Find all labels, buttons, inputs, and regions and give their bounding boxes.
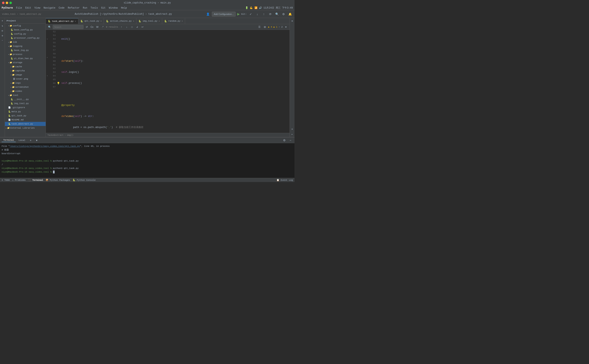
tab-task-abstract[interactable]: 🐍 task_abstract.py ✕ (46, 18, 78, 24)
git-push-btn[interactable]: ↑ (261, 12, 266, 17)
bulb-66[interactable]: 💡 (57, 81, 60, 85)
sidebar-item-base-config[interactable]: 🐍 base_config.py (5, 28, 45, 32)
terminal-tab-terminal[interactable]: Terminal (2, 138, 16, 142)
sidebar-item-process[interactable]: ▾ 📁 process (5, 52, 45, 56)
search-case-btn[interactable]: Cc (90, 25, 94, 29)
tab-close-icon[interactable]: ✕ (100, 20, 102, 22)
terminal-file-link[interactable]: /Users/lishiye/pythonSrc/easy_video_tool… (10, 145, 80, 147)
sidebar-item-cover-png[interactable]: 🖼 cover.png (5, 77, 45, 81)
menu-refactor[interactable]: Refactor (68, 6, 80, 9)
tab-random[interactable]: 🐍 random.py ✕ (162, 18, 185, 24)
filter-icon[interactable]: ⇅ (0, 24, 5, 28)
code-content[interactable]: exit() def start(self): self.login() sel… (60, 30, 290, 133)
git-update-btn[interactable]: ↓ (255, 12, 260, 17)
sidebar-item-lib[interactable]: ▸ 📁 lib (5, 40, 45, 44)
sidebar-item-processor-config[interactable]: 🐍 processor_config.py (5, 36, 45, 40)
breadcrumb-img-bottom[interactable]: img() (67, 134, 73, 136)
search-next-btn[interactable]: ↓ (124, 25, 129, 29)
terminal-content[interactable]: File "/Users/lishiye/pythonSrc/easy_vide… (0, 143, 295, 178)
search-regex-btn[interactable]: .* (101, 25, 105, 29)
right-expand-btn[interactable]: ≡ (290, 127, 294, 131)
maximize-button[interactable] (9, 2, 12, 4)
search-back-btn[interactable]: 🔍 (47, 25, 52, 29)
terminal-add-btn[interactable]: + (28, 138, 33, 143)
sidebar-item-screenshot[interactable]: ▸ 📁 screenshot (5, 85, 45, 89)
tab-close-icon[interactable]: ✕ (181, 20, 183, 22)
sidebar-item-tool[interactable]: ▾ 📁 tool (5, 93, 45, 97)
menu-edit[interactable]: Edit (25, 6, 31, 9)
sidebar-item-logging[interactable]: ▾ 📁 logging (5, 44, 45, 48)
menu-navigate[interactable]: Navigate (44, 6, 55, 9)
search-list-btn[interactable]: ☰ (258, 25, 262, 29)
tab-close-icon[interactable]: ✕ (75, 20, 76, 22)
git-history-btn[interactable]: ⟳ (268, 12, 273, 17)
notification-btn[interactable]: 🔔 (288, 12, 292, 17)
sidebar-item-config-py[interactable]: 🐍 config.py (5, 32, 45, 36)
terminal-tab-local[interactable]: Local (17, 139, 27, 142)
fold-arrow-64[interactable]: ▾ (47, 75, 48, 77)
status-problems[interactable]: ⚠ Problems (12, 179, 26, 181)
sidebar-item-video[interactable]: ▸ 📁 video (5, 89, 45, 93)
people-btn[interactable]: 👤 (205, 12, 210, 17)
tab-close-icon[interactable]: ✕ (159, 20, 160, 22)
sidebar-item-base-log[interactable]: 🐍 base_log.py (5, 48, 45, 52)
expand-warnings-btn[interactable]: ▾ (284, 25, 288, 29)
sidebar-item-logs[interactable]: ▸ 📁 logs (5, 81, 45, 85)
add-configuration-button[interactable]: Add Configuration... (212, 12, 235, 17)
search-btn[interactable]: 🔍 (274, 12, 279, 17)
code-editor[interactable]: ▾ ▾ ▾ (46, 30, 290, 133)
search-multiline-btn[interactable]: ↲ (135, 25, 139, 29)
search-prev-btn[interactable]: ↑ (119, 25, 123, 29)
search-input[interactable] (53, 25, 84, 29)
git-commit-btn[interactable]: ✓ (248, 12, 253, 17)
search-replace-btn[interactable]: □ (130, 25, 134, 29)
terminal-close-btn[interactable]: − (288, 138, 293, 143)
sidebar-item-readme[interactable]: 📄 README.md (5, 118, 45, 122)
tab-action-chains[interactable]: 🐍 action_chains.py ✕ (104, 18, 136, 24)
sidebar-item-yi-dian-hao[interactable]: 🐍 yi_dian_hao.py (5, 56, 45, 60)
right-collapse-btn[interactable]: ▸ (290, 132, 294, 136)
menu-window[interactable]: Window (109, 6, 118, 9)
breadcrumb-task-abstract-bottom[interactable]: TaskAbstract (47, 134, 64, 136)
menu-run[interactable]: Run (83, 6, 87, 9)
search-refresh-btn[interactable]: ↺ (85, 25, 89, 29)
right-settings-btn[interactable]: ⚙ (290, 19, 294, 23)
minimize-button[interactable] (6, 2, 8, 4)
sidebar-item-config[interactable]: ▾ 📁 config (5, 24, 45, 28)
menu-file[interactable]: File (16, 6, 22, 9)
tab-qtt-task[interactable]: 🐍 qtt_task.py ✕ (78, 18, 104, 24)
terminal-settings-btn[interactable]: ⚙ (282, 138, 287, 143)
sidebar-item-gitignore[interactable]: 📄 .gitignore (5, 105, 45, 110)
menu-git[interactable]: Git (101, 6, 106, 9)
search-filter-btn[interactable]: ⊞ (263, 25, 267, 29)
sidebar-item-external-libraries[interactable]: ▸ 📁 External Libraries (5, 126, 45, 130)
status-python-console[interactable]: 🐍 Python Console (73, 179, 96, 181)
close-button[interactable] (2, 2, 5, 4)
status-todo[interactable]: ≡ TODO (2, 179, 10, 181)
menu-view[interactable]: View (34, 6, 40, 9)
run-button[interactable]: ▶ (237, 12, 240, 16)
tab-img-tool[interactable]: 🐍 img_tool.py ✕ (136, 18, 162, 24)
close-panel-icon[interactable]: − (0, 39, 5, 43)
menu-tools[interactable]: Tools (91, 6, 98, 9)
menu-code[interactable]: Code (59, 6, 65, 9)
settings-btn[interactable]: ⚙ (281, 12, 286, 17)
status-terminal[interactable]: ⬛ Terminal (28, 179, 43, 181)
tab-close-icon[interactable]: ✕ (133, 20, 134, 22)
sidebar-item-image[interactable]: ▾ 📁 image (5, 73, 45, 77)
sidebar-item-captcha[interactable]: ▸ 📁 captcha (5, 69, 45, 73)
status-event-log[interactable]: 📋 Event Log (277, 179, 293, 181)
sidebar-item-cache[interactable]: ▸ 📁 cache (5, 65, 45, 69)
fold-arrow-59[interactable]: ▾ (47, 56, 48, 59)
search-close-btn[interactable]: ↩ (141, 25, 145, 29)
config-icon[interactable]: ⚙ (0, 33, 5, 38)
breadcrumb-task-abstract[interactable]: task_abstract.py (20, 13, 41, 15)
menu-help[interactable]: Help (121, 6, 127, 9)
sidebar-item-storage[interactable]: ▾ 📁 storage (5, 60, 45, 65)
sidebar-item-img-tool[interactable]: 🐍 img_tool.py (5, 101, 45, 105)
sidebar-item-task-abstract[interactable]: 🐍 task_abstract.py (5, 122, 45, 126)
fold-arrow-54[interactable]: ▾ (47, 38, 48, 40)
search-word-btn[interactable]: W (95, 25, 99, 29)
collapse-icon[interactable]: ⊟ (0, 29, 5, 33)
sidebar-item-meta[interactable]: 🐍 meta.py (5, 110, 45, 114)
